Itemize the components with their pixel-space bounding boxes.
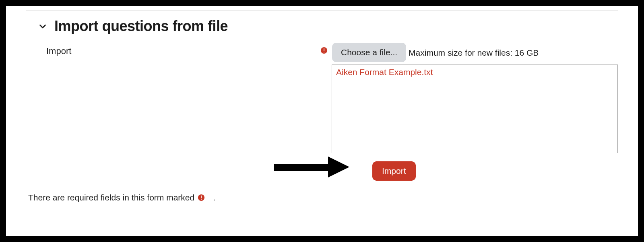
svg-rect-6: [201, 196, 202, 198]
file-drop-area[interactable]: Aiken Format Example.txt: [332, 65, 618, 153]
required-note-text: There are required fields in this form m…: [28, 193, 194, 202]
footer-divider: [26, 210, 618, 210]
required-note-period: .: [213, 193, 215, 202]
action-row: Import: [6, 153, 638, 181]
svg-rect-1: [324, 48, 324, 51]
import-label: Import: [46, 43, 316, 56]
svg-marker-4: [328, 156, 349, 177]
svg-rect-7: [201, 199, 202, 200]
svg-rect-3: [274, 164, 330, 171]
file-input-col: Choose a file... Maximum size for new fi…: [332, 43, 618, 153]
import-button[interactable]: Import: [372, 161, 416, 181]
page-frame: Import questions from file Import Choose…: [6, 6, 638, 236]
section-header[interactable]: Import questions from file: [6, 10, 638, 43]
max-size-text: Maximum size for new files: 16 GB: [409, 47, 539, 58]
required-indicator: [316, 43, 332, 54]
svg-rect-2: [324, 52, 324, 52]
arrow-right-icon: [274, 156, 350, 178]
file-picker-row: Choose a file... Maximum size for new fi…: [332, 43, 618, 62]
choose-file-button[interactable]: Choose a file...: [332, 43, 406, 62]
selected-file-link[interactable]: Aiken Format Example.txt: [336, 67, 433, 77]
required-footer-note: There are required fields in this form m…: [6, 181, 638, 207]
import-row: Import Choose a file... Maximum size for…: [6, 43, 638, 153]
required-icon: [320, 47, 328, 54]
chevron-down-icon: [38, 22, 47, 31]
required-icon: [198, 194, 205, 201]
section-title: Import questions from file: [54, 18, 228, 35]
